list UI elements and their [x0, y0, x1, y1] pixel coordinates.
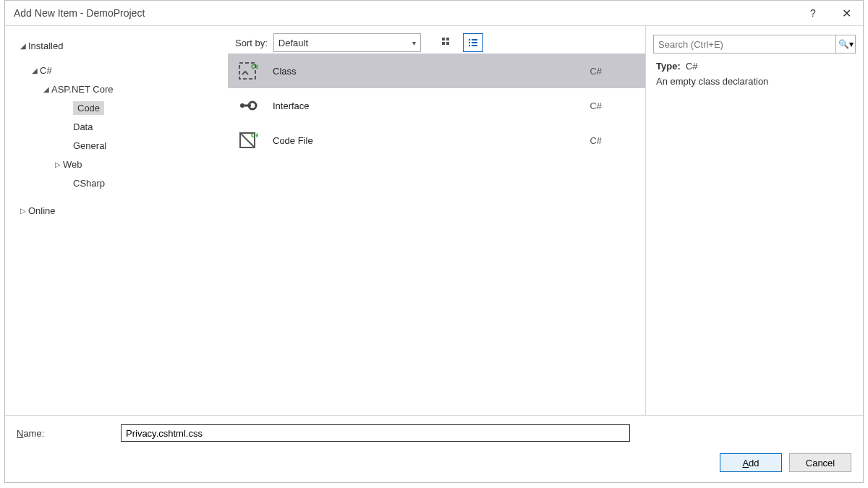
- close-button[interactable]: ✕: [830, 1, 863, 25]
- type-line: Type: C#: [656, 61, 853, 72]
- template-item-label: Class: [273, 66, 590, 77]
- search-input[interactable]: [654, 39, 835, 50]
- type-value: C#: [686, 61, 698, 72]
- template-item-lang: C#: [590, 66, 631, 77]
- search-icon: 🔍▾: [838, 39, 854, 49]
- chevron-down-icon: ▾: [412, 39, 416, 47]
- svg-point-4: [469, 39, 470, 40]
- tree-item-label: ASP.NET Core: [51, 84, 114, 95]
- code-file-icon: C#: [235, 128, 260, 153]
- help-button[interactable]: ?: [796, 1, 830, 25]
- svg-text:C#: C#: [251, 132, 258, 139]
- svg-rect-3: [446, 42, 449, 45]
- sort-dropdown[interactable]: Default ▾: [273, 33, 421, 52]
- name-row: Name:: [17, 424, 851, 442]
- tree-item-csharp-sub[interactable]: CSharp: [18, 174, 228, 192]
- template-item-label: Code File: [273, 135, 590, 146]
- sort-value: Default: [278, 38, 308, 48]
- svg-rect-7: [472, 42, 477, 43]
- tree-item-label: Online: [28, 205, 56, 216]
- chevron-right-icon: ▷: [18, 207, 28, 215]
- name-input[interactable]: [121, 424, 630, 442]
- tree-item-label: CSharp: [73, 178, 105, 189]
- name-label: Name:: [17, 428, 121, 439]
- chevron-down-icon: ◢: [30, 67, 40, 74]
- button-bar: Add Cancel: [17, 453, 851, 472]
- tree-item-label: C#: [40, 65, 52, 76]
- type-label: Type:: [656, 61, 681, 72]
- template-list: C# Class C# Interfac: [228, 53, 645, 415]
- tree-item-label: General: [73, 140, 106, 151]
- template-item-lang: C#: [590, 100, 631, 111]
- svg-point-12: [240, 103, 244, 108]
- grid-icon: [441, 37, 453, 48]
- title-bar: Add New Item - DemoProject ? ✕: [5, 1, 863, 25]
- sort-by-label: Sort by:: [235, 38, 268, 48]
- template-item-lang: C#: [590, 135, 631, 146]
- tree-item-installed[interactable]: ◢ Installed: [18, 36, 228, 55]
- template-panel: Sort by: Default ▾: [228, 26, 645, 415]
- svg-point-14: [249, 102, 256, 109]
- svg-rect-2: [442, 42, 445, 45]
- search-button[interactable]: 🔍▾: [835, 35, 855, 53]
- chevron-down-icon: ◢: [41, 85, 51, 93]
- tree-item-code[interactable]: Code: [18, 98, 228, 117]
- template-item-class[interactable]: C# Class C#: [228, 53, 645, 88]
- tree-item-online[interactable]: ▷ Online: [18, 201, 228, 220]
- svg-rect-0: [442, 38, 445, 40]
- dialog-body: ◢ Installed ◢ C# ◢ ASP.NET Core Code Dat…: [5, 25, 863, 415]
- chevron-right-icon: ▷: [53, 160, 63, 168]
- tree-item-aspnet-core[interactable]: ◢ ASP.NET Core: [18, 80, 228, 98]
- list-icon: [467, 37, 479, 48]
- template-description: An empty class declaration: [656, 76, 853, 87]
- dialog-footer: Name: Add Cancel: [5, 415, 863, 482]
- class-icon: C#: [235, 59, 260, 83]
- tree-item-web[interactable]: ▷ Web: [18, 155, 228, 174]
- details-panel: 🔍▾ Type: C# An empty class declaration: [645, 26, 863, 415]
- interface-icon: [235, 93, 260, 118]
- tree-item-general[interactable]: General: [18, 136, 228, 155]
- svg-rect-5: [472, 39, 477, 40]
- details-body: Type: C# An empty class declaration: [646, 58, 863, 90]
- tree-item-label: Web: [63, 159, 82, 170]
- window-title: Add New Item - DemoProject: [14, 7, 796, 19]
- tree-item-label: Code: [73, 101, 104, 115]
- cancel-button[interactable]: Cancel: [789, 453, 851, 472]
- category-tree: ◢ Installed ◢ C# ◢ ASP.NET Core Code Dat…: [5, 26, 228, 415]
- add-button[interactable]: Add: [720, 453, 782, 472]
- chevron-down-icon: ◢: [18, 42, 28, 50]
- list-view-button[interactable]: [463, 33, 483, 52]
- tree-item-label: Data: [73, 121, 93, 132]
- tree-item-label: Installed: [28, 40, 63, 51]
- svg-text:C#: C#: [251, 63, 258, 70]
- svg-point-8: [469, 45, 470, 46]
- svg-rect-1: [446, 38, 449, 40]
- template-item-interface[interactable]: Interface C#: [228, 88, 645, 123]
- svg-rect-9: [472, 45, 477, 46]
- template-item-code-file[interactable]: C# Code File C#: [228, 123, 645, 158]
- tree-item-csharp[interactable]: ◢ C#: [18, 61, 228, 80]
- template-item-label: Interface: [273, 100, 590, 111]
- add-new-item-dialog: Add New Item - DemoProject ? ✕ ◢ Install…: [4, 0, 864, 483]
- grid-view-button[interactable]: [437, 33, 457, 52]
- search-wrap: 🔍▾: [646, 26, 863, 58]
- template-toolbar: Sort by: Default ▾: [228, 26, 645, 53]
- tree-item-data[interactable]: Data: [18, 117, 228, 136]
- svg-point-6: [469, 42, 470, 43]
- search-field[interactable]: 🔍▾: [653, 35, 856, 53]
